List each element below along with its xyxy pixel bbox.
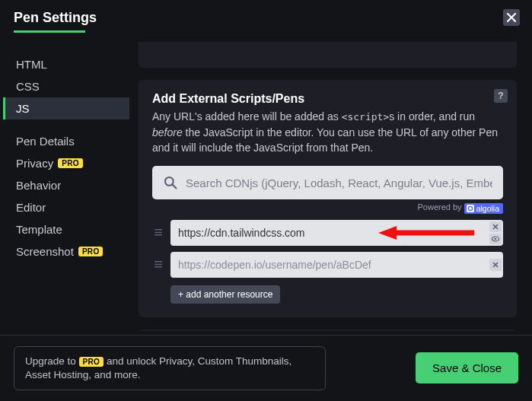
panel-title: Add External Scripts/Pens	[152, 92, 503, 106]
svg-line-1	[173, 185, 177, 189]
cdn-search-row	[152, 166, 503, 199]
eye-icon	[492, 236, 499, 242]
view-resource-button[interactable]	[489, 234, 502, 244]
search-icon	[163, 175, 178, 190]
resource-row: ≡	[152, 252, 503, 278]
algolia-badge[interactable]: algolia	[464, 203, 503, 214]
help-button[interactable]: ?	[494, 89, 508, 103]
close-icon	[507, 13, 516, 22]
sidebar-item-screenshot[interactable]: ScreenshotPRO	[3, 240, 129, 263]
modal-footer: Upgrade to PRO and unlock Privacy, Custo…	[0, 335, 532, 401]
sidebar-item-pen-details[interactable]: Pen Details	[3, 130, 129, 152]
sidebar-item-js[interactable]: JS	[3, 97, 129, 119]
pen-settings-modal: Pen Settings HTML CSS JS Pen Details Pri…	[0, 0, 532, 401]
upgrade-upsell[interactable]: Upgrade to PRO and unlock Privacy, Custo…	[14, 346, 326, 390]
drag-handle-icon[interactable]: ≡	[152, 261, 164, 268]
sidebar-item-editor[interactable]: Editor	[3, 196, 129, 218]
settings-sidebar: HTML CSS JS Pen Details PrivacyPRO Behav…	[0, 42, 129, 331]
header-accent-line	[14, 30, 85, 33]
add-resource-button[interactable]: + add another resource	[170, 285, 280, 304]
powered-by: Powered by algolia	[152, 202, 503, 213]
close-button[interactable]	[503, 9, 520, 26]
remove-resource-button[interactable]	[489, 259, 502, 271]
sidebar-item-template[interactable]: Template	[3, 218, 129, 240]
sidebar-item-label: HTML	[16, 58, 47, 71]
sidebar-item-label: CSS	[16, 80, 40, 93]
drag-handle-icon[interactable]: ≡	[152, 229, 164, 236]
resource-url-input[interactable]	[170, 220, 503, 246]
prev-panel-stub	[139, 42, 517, 68]
sidebar-item-label: Pen Details	[16, 135, 75, 148]
sidebar-item-behavior[interactable]: Behavior	[3, 174, 129, 196]
svg-rect-2	[467, 205, 474, 212]
add-packages-panel: ? Add Packages	[139, 329, 517, 331]
resource-url-input[interactable]	[170, 252, 503, 278]
sidebar-item-label: Editor	[16, 201, 46, 214]
settings-content[interactable]: ? Add External Scripts/Pens Any URL's ad…	[129, 42, 530, 331]
panel-description: Any URL's added here will be added as <s…	[152, 109, 503, 155]
modal-header: Pen Settings	[0, 0, 532, 30]
sidebar-item-label: Screenshot	[16, 245, 74, 258]
algolia-icon	[467, 205, 474, 212]
sidebar-item-html[interactable]: HTML	[3, 53, 129, 75]
close-icon	[492, 262, 499, 268]
svg-point-5	[495, 237, 497, 240]
pro-badge: PRO	[79, 357, 104, 367]
pro-badge: PRO	[58, 158, 83, 168]
modal-title: Pen Settings	[14, 10, 97, 26]
sidebar-item-label: Template	[16, 223, 62, 236]
modal-body: HTML CSS JS Pen Details PrivacyPRO Behav…	[0, 42, 532, 331]
sidebar-item-privacy[interactable]: PrivacyPRO	[3, 152, 129, 174]
sidebar-item-label: Behavior	[16, 179, 61, 192]
sidebar-item-label: Privacy	[16, 157, 53, 170]
external-scripts-panel: ? Add External Scripts/Pens Any URL's ad…	[139, 80, 517, 317]
remove-resource-button[interactable]	[489, 221, 502, 232]
close-icon	[492, 224, 499, 230]
save-close-button[interactable]: Save & Close	[416, 352, 518, 383]
resource-row: ≡	[152, 220, 503, 246]
cdn-search-input[interactable]	[186, 177, 492, 189]
pro-badge: PRO	[78, 247, 104, 256]
sidebar-item-label: JS	[16, 102, 30, 115]
sidebar-item-css[interactable]: CSS	[3, 75, 129, 97]
